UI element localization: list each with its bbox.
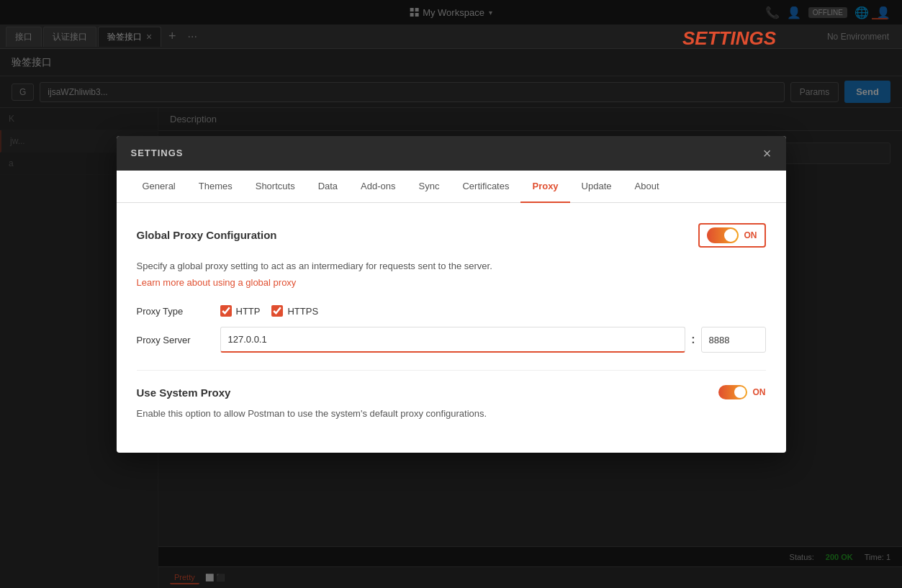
colon-separator: :	[691, 333, 695, 346]
proxy-type-checkboxes: HTTP HTTPS	[220, 305, 319, 317]
http-checkbox-label[interactable]: HTTP	[220, 305, 261, 317]
system-proxy-desc: Enable this option to allow Postman to u…	[137, 407, 766, 421]
global-proxy-toggle-wrapper: ON	[698, 223, 766, 248]
proxy-server-label: Proxy Server	[137, 335, 209, 345]
tab-shortcuts[interactable]: Shortcuts	[244, 171, 307, 203]
system-proxy-header: Use System Proxy ON	[137, 385, 766, 399]
modal-close-button[interactable]: ×	[763, 146, 772, 160]
modal-tabs: General Themes Shortcuts Data Add-ons Sy…	[117, 171, 786, 203]
proxy-type-row: Proxy Type HTTP HTTPS	[137, 305, 766, 317]
toggle-on-label: ON	[744, 230, 757, 240]
tab-sync[interactable]: Sync	[407, 171, 451, 203]
tab-proxy[interactable]: Proxy	[520, 171, 569, 203]
settings-modal: SETTINGS × General Themes Shortcuts Data…	[117, 136, 786, 453]
system-toggle-slider	[718, 385, 747, 399]
system-proxy-toggle-wrapper: ON	[718, 385, 766, 399]
divider	[137, 370, 766, 371]
global-proxy-title: Global Proxy Configuration	[137, 229, 277, 241]
system-proxy-on-label: ON	[753, 387, 766, 397]
global-proxy-toggle[interactable]	[707, 227, 739, 243]
proxy-type-label: Proxy Type	[137, 306, 209, 317]
global-proxy-desc: Specify a global proxy setting to act as…	[137, 259, 766, 273]
tab-about[interactable]: About	[623, 171, 671, 203]
setting-tooltip: SETTINGS	[682, 27, 776, 50]
proxy-port-input[interactable]	[701, 327, 766, 353]
toggle-slider	[707, 227, 739, 243]
global-proxy-section-header: Global Proxy Configuration ON	[137, 223, 766, 248]
tab-update[interactable]: Update	[570, 171, 623, 203]
modal-title: SETTINGS	[131, 148, 184, 158]
tab-certificates[interactable]: Certificates	[451, 171, 520, 203]
tab-data[interactable]: Data	[307, 171, 349, 203]
http-checkbox[interactable]	[220, 305, 232, 317]
tab-addons[interactable]: Add-ons	[349, 171, 407, 203]
modal-header: SETTINGS ×	[117, 136, 786, 171]
proxy-server-inputs: :	[220, 327, 766, 353]
proxy-form: Proxy Type HTTP HTTPS Proxy Server	[137, 305, 766, 353]
system-proxy-title: Use System Proxy	[137, 386, 231, 399]
modal-body: Global Proxy Configuration ON Specify a …	[117, 203, 786, 453]
http-label: HTTP	[236, 306, 261, 317]
https-label: HTTPS	[287, 306, 318, 317]
tab-general[interactable]: General	[131, 171, 187, 203]
proxy-host-input[interactable]	[220, 327, 686, 353]
learn-more-link[interactable]: Learn more about using a global proxy	[137, 277, 766, 288]
https-checkbox-label[interactable]: HTTPS	[271, 305, 318, 317]
use-system-proxy-section: Use System Proxy ON Enable this option t…	[137, 385, 766, 421]
proxy-server-row: Proxy Server :	[137, 327, 766, 353]
https-checkbox[interactable]	[271, 305, 283, 317]
tab-themes[interactable]: Themes	[187, 171, 244, 203]
system-proxy-toggle[interactable]	[718, 385, 747, 399]
